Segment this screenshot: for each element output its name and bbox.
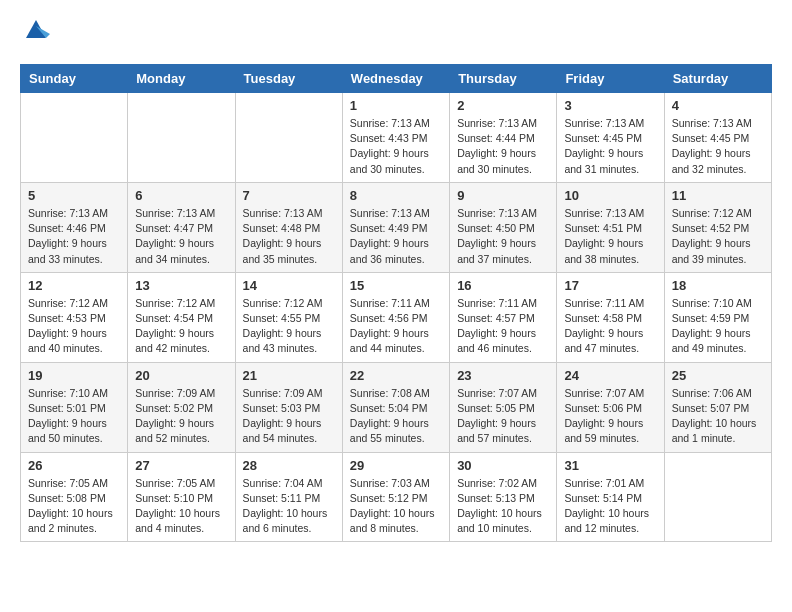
day-cell-17: 17Sunrise: 7:11 AM Sunset: 4:58 PM Dayli… (557, 272, 664, 362)
weekday-header-sunday: Sunday (21, 65, 128, 93)
empty-cell (128, 93, 235, 183)
day-number: 2 (457, 98, 549, 113)
day-cell-14: 14Sunrise: 7:12 AM Sunset: 4:55 PM Dayli… (235, 272, 342, 362)
day-info: Sunrise: 7:13 AM Sunset: 4:49 PM Dayligh… (350, 206, 442, 267)
day-number: 29 (350, 458, 442, 473)
weekday-header-saturday: Saturday (664, 65, 771, 93)
day-info: Sunrise: 7:13 AM Sunset: 4:50 PM Dayligh… (457, 206, 549, 267)
day-number: 26 (28, 458, 120, 473)
day-cell-18: 18Sunrise: 7:10 AM Sunset: 4:59 PM Dayli… (664, 272, 771, 362)
day-number: 31 (564, 458, 656, 473)
day-info: Sunrise: 7:05 AM Sunset: 5:10 PM Dayligh… (135, 476, 227, 537)
empty-cell (664, 452, 771, 542)
day-number: 6 (135, 188, 227, 203)
day-number: 21 (243, 368, 335, 383)
day-cell-12: 12Sunrise: 7:12 AM Sunset: 4:53 PM Dayli… (21, 272, 128, 362)
day-cell-6: 6Sunrise: 7:13 AM Sunset: 4:47 PM Daylig… (128, 182, 235, 272)
day-number: 1 (350, 98, 442, 113)
day-cell-31: 31Sunrise: 7:01 AM Sunset: 5:14 PM Dayli… (557, 452, 664, 542)
week-row-3: 12Sunrise: 7:12 AM Sunset: 4:53 PM Dayli… (21, 272, 772, 362)
day-number: 15 (350, 278, 442, 293)
weekday-header-row: SundayMondayTuesdayWednesdayThursdayFrid… (21, 65, 772, 93)
week-row-2: 5Sunrise: 7:13 AM Sunset: 4:46 PM Daylig… (21, 182, 772, 272)
day-info: Sunrise: 7:13 AM Sunset: 4:47 PM Dayligh… (135, 206, 227, 267)
day-info: Sunrise: 7:07 AM Sunset: 5:06 PM Dayligh… (564, 386, 656, 447)
day-cell-9: 9Sunrise: 7:13 AM Sunset: 4:50 PM Daylig… (450, 182, 557, 272)
day-cell-26: 26Sunrise: 7:05 AM Sunset: 5:08 PM Dayli… (21, 452, 128, 542)
day-number: 7 (243, 188, 335, 203)
day-number: 4 (672, 98, 764, 113)
day-cell-8: 8Sunrise: 7:13 AM Sunset: 4:49 PM Daylig… (342, 182, 449, 272)
calendar: SundayMondayTuesdayWednesdayThursdayFrid… (20, 64, 772, 542)
day-number: 25 (672, 368, 764, 383)
day-number: 30 (457, 458, 549, 473)
day-info: Sunrise: 7:13 AM Sunset: 4:51 PM Dayligh… (564, 206, 656, 267)
day-number: 17 (564, 278, 656, 293)
weekday-header-wednesday: Wednesday (342, 65, 449, 93)
day-cell-29: 29Sunrise: 7:03 AM Sunset: 5:12 PM Dayli… (342, 452, 449, 542)
day-info: Sunrise: 7:13 AM Sunset: 4:46 PM Dayligh… (28, 206, 120, 267)
day-info: Sunrise: 7:11 AM Sunset: 4:58 PM Dayligh… (564, 296, 656, 357)
day-cell-25: 25Sunrise: 7:06 AM Sunset: 5:07 PM Dayli… (664, 362, 771, 452)
day-info: Sunrise: 7:13 AM Sunset: 4:44 PM Dayligh… (457, 116, 549, 177)
day-number: 27 (135, 458, 227, 473)
day-cell-13: 13Sunrise: 7:12 AM Sunset: 4:54 PM Dayli… (128, 272, 235, 362)
weekday-header-monday: Monday (128, 65, 235, 93)
week-row-5: 26Sunrise: 7:05 AM Sunset: 5:08 PM Dayli… (21, 452, 772, 542)
day-cell-28: 28Sunrise: 7:04 AM Sunset: 5:11 PM Dayli… (235, 452, 342, 542)
day-info: Sunrise: 7:13 AM Sunset: 4:48 PM Dayligh… (243, 206, 335, 267)
day-info: Sunrise: 7:05 AM Sunset: 5:08 PM Dayligh… (28, 476, 120, 537)
day-number: 20 (135, 368, 227, 383)
day-info: Sunrise: 7:07 AM Sunset: 5:05 PM Dayligh… (457, 386, 549, 447)
day-cell-24: 24Sunrise: 7:07 AM Sunset: 5:06 PM Dayli… (557, 362, 664, 452)
day-info: Sunrise: 7:12 AM Sunset: 4:52 PM Dayligh… (672, 206, 764, 267)
empty-cell (235, 93, 342, 183)
empty-cell (21, 93, 128, 183)
day-number: 11 (672, 188, 764, 203)
day-cell-5: 5Sunrise: 7:13 AM Sunset: 4:46 PM Daylig… (21, 182, 128, 272)
day-cell-19: 19Sunrise: 7:10 AM Sunset: 5:01 PM Dayli… (21, 362, 128, 452)
day-cell-2: 2Sunrise: 7:13 AM Sunset: 4:44 PM Daylig… (450, 93, 557, 183)
day-info: Sunrise: 7:10 AM Sunset: 4:59 PM Dayligh… (672, 296, 764, 357)
day-number: 3 (564, 98, 656, 113)
day-number: 24 (564, 368, 656, 383)
day-info: Sunrise: 7:01 AM Sunset: 5:14 PM Dayligh… (564, 476, 656, 537)
header (20, 20, 772, 48)
svg-marker-0 (26, 20, 46, 38)
logo-icon (22, 16, 50, 44)
day-info: Sunrise: 7:02 AM Sunset: 5:13 PM Dayligh… (457, 476, 549, 537)
day-info: Sunrise: 7:12 AM Sunset: 4:54 PM Dayligh… (135, 296, 227, 357)
day-cell-10: 10Sunrise: 7:13 AM Sunset: 4:51 PM Dayli… (557, 182, 664, 272)
weekday-header-friday: Friday (557, 65, 664, 93)
day-cell-20: 20Sunrise: 7:09 AM Sunset: 5:02 PM Dayli… (128, 362, 235, 452)
day-cell-22: 22Sunrise: 7:08 AM Sunset: 5:04 PM Dayli… (342, 362, 449, 452)
day-number: 18 (672, 278, 764, 293)
day-cell-21: 21Sunrise: 7:09 AM Sunset: 5:03 PM Dayli… (235, 362, 342, 452)
day-cell-23: 23Sunrise: 7:07 AM Sunset: 5:05 PM Dayli… (450, 362, 557, 452)
day-number: 22 (350, 368, 442, 383)
weekday-header-tuesday: Tuesday (235, 65, 342, 93)
day-cell-30: 30Sunrise: 7:02 AM Sunset: 5:13 PM Dayli… (450, 452, 557, 542)
day-number: 14 (243, 278, 335, 293)
logo (20, 20, 50, 48)
day-number: 23 (457, 368, 549, 383)
day-number: 5 (28, 188, 120, 203)
day-number: 28 (243, 458, 335, 473)
week-row-4: 19Sunrise: 7:10 AM Sunset: 5:01 PM Dayli… (21, 362, 772, 452)
day-cell-27: 27Sunrise: 7:05 AM Sunset: 5:10 PM Dayli… (128, 452, 235, 542)
day-cell-15: 15Sunrise: 7:11 AM Sunset: 4:56 PM Dayli… (342, 272, 449, 362)
day-cell-1: 1Sunrise: 7:13 AM Sunset: 4:43 PM Daylig… (342, 93, 449, 183)
weekday-header-thursday: Thursday (450, 65, 557, 93)
day-info: Sunrise: 7:04 AM Sunset: 5:11 PM Dayligh… (243, 476, 335, 537)
day-info: Sunrise: 7:13 AM Sunset: 4:43 PM Dayligh… (350, 116, 442, 177)
day-number: 10 (564, 188, 656, 203)
day-number: 8 (350, 188, 442, 203)
day-info: Sunrise: 7:11 AM Sunset: 4:57 PM Dayligh… (457, 296, 549, 357)
day-cell-16: 16Sunrise: 7:11 AM Sunset: 4:57 PM Dayli… (450, 272, 557, 362)
day-info: Sunrise: 7:13 AM Sunset: 4:45 PM Dayligh… (564, 116, 656, 177)
day-cell-7: 7Sunrise: 7:13 AM Sunset: 4:48 PM Daylig… (235, 182, 342, 272)
day-info: Sunrise: 7:09 AM Sunset: 5:02 PM Dayligh… (135, 386, 227, 447)
day-number: 16 (457, 278, 549, 293)
day-info: Sunrise: 7:06 AM Sunset: 5:07 PM Dayligh… (672, 386, 764, 447)
day-cell-4: 4Sunrise: 7:13 AM Sunset: 4:45 PM Daylig… (664, 93, 771, 183)
